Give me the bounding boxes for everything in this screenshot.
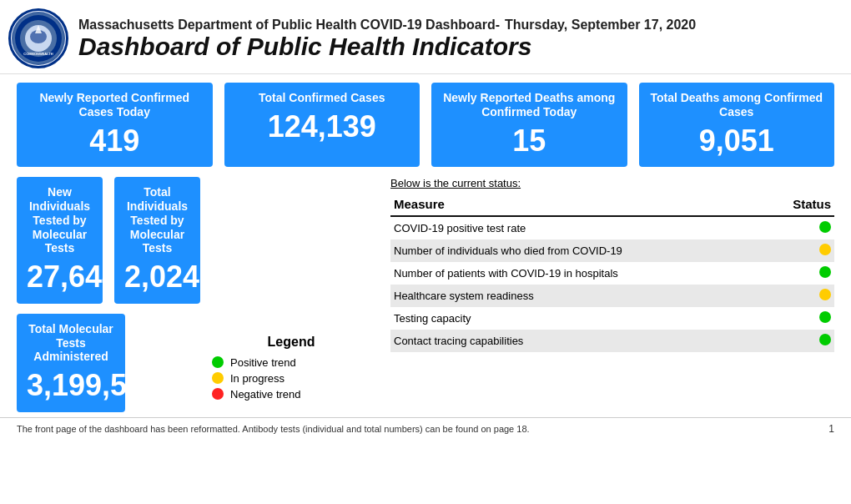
stats-row-1: Newly Reported Confirmed Cases Today 419… (17, 83, 834, 167)
status-dot-cell (789, 262, 834, 285)
stat-card-total-mol-tests: Total Molecular Tests Administered 3,199… (17, 314, 125, 412)
stats-row-3: Total Molecular Tests Administered 3,199… (17, 314, 200, 412)
legend-item-positive: Positive trend (212, 356, 370, 369)
page-title: Dashboard of Public Health Indicators (78, 33, 838, 60)
stat-label-total-tested: Total Individuals Tested by Molecular Te… (124, 185, 190, 255)
footer-page: 1 (828, 423, 834, 435)
stat-value-new-cases: 419 (27, 124, 203, 158)
legend-item-negative: Negative trend (212, 388, 370, 401)
stat-card-total-cases: Total Confirmed Cases 124,139 (224, 83, 420, 167)
stat-label-total-cases: Total Confirmed Cases (234, 91, 410, 105)
legend-section: Legend Positive trend In progress Negati… (212, 177, 370, 412)
svg-text:COMMONWEALTH: COMMONWEALTH (23, 52, 53, 56)
stat-value-total-mol: 3,199,563 (27, 369, 115, 402)
stat-value-new-deaths: 15 (441, 124, 617, 158)
legend-label-inprogress: In progress (230, 372, 285, 385)
status-dot-green (819, 221, 831, 233)
stat-value-new-tested: 27,644 (27, 260, 93, 294)
stat-label-new-tested: New Individuals Tested by Molecular Test… (27, 185, 93, 255)
stat-card-total-tested: Total Individuals Tested by Molecular Te… (114, 177, 200, 304)
footer-note: The front page of the dashboard has been… (17, 424, 530, 434)
status-measure: Healthcare system readiness (390, 285, 789, 307)
status-measure: Testing capacity (390, 307, 789, 330)
logo: COMMONWEALTH (8, 8, 68, 68)
status-dot-cell (789, 285, 834, 307)
bottom-row: New Individuals Tested by Molecular Test… (17, 177, 834, 412)
stat-card-new-cases: Newly Reported Confirmed Cases Today 419 (17, 83, 213, 167)
footer: The front page of the dashboard has been… (0, 417, 851, 440)
status-measure: Number of individuals who died from COVI… (390, 239, 789, 262)
table-row: Number of individuals who died from COVI… (390, 239, 834, 262)
table-row: Contact tracing capabilities (390, 330, 834, 352)
stat-value-total-tested: 2,024,306 (124, 260, 190, 294)
table-row: Testing capacity (390, 307, 834, 330)
logo-svg: COMMONWEALTH (13, 13, 63, 63)
col-header-status: Status (789, 194, 834, 216)
stat-label-new-deaths: Newly Reported Deaths among Confirmed To… (441, 91, 617, 119)
inprogress-trend-dot (212, 372, 224, 384)
status-dot-cell (789, 216, 834, 239)
col-header-measure: Measure (390, 194, 789, 216)
legend-label-positive: Positive trend (230, 356, 296, 369)
header-top-line: Massachusetts Department of Public Healt… (78, 18, 838, 33)
table-row: COVID-19 positive test rate (390, 216, 834, 239)
stat-value-total-cases: 124,139 (234, 110, 410, 144)
status-table: Measure Status COVID-19 positive test ra… (390, 194, 834, 352)
status-dot-yellow (819, 289, 831, 300)
negative-trend-dot (212, 388, 224, 400)
table-row: Healthcare system readiness (390, 285, 834, 307)
status-measure: Contact tracing capabilities (390, 330, 789, 352)
status-dot-cell (789, 330, 834, 352)
main-content: Newly Reported Confirmed Cases Today 419… (0, 74, 851, 417)
status-measure: Number of patients with COVID-19 in hosp… (390, 262, 789, 285)
status-dot-cell (789, 239, 834, 262)
status-dot-yellow (819, 244, 831, 255)
left-col: New Individuals Tested by Molecular Test… (17, 177, 200, 412)
stat-card-new-tested: New Individuals Tested by Molecular Test… (17, 177, 103, 304)
stat-label-total-deaths: Total Deaths among Confirmed Cases (649, 91, 825, 119)
legend-label-negative: Negative trend (230, 388, 301, 401)
logo-inner: COMMONWEALTH (12, 12, 65, 65)
legend-title: Legend (212, 335, 370, 350)
stat-label-total-mol: Total Molecular Tests Administered (27, 322, 115, 364)
status-dot-green (819, 311, 831, 323)
status-dot-cell (789, 307, 834, 330)
stat-value-total-deaths: 9,051 (649, 124, 825, 158)
status-dot-green (819, 334, 831, 345)
stat-card-new-deaths: Newly Reported Deaths among Confirmed To… (431, 83, 627, 167)
stat-card-total-deaths: Total Deaths among Confirmed Cases 9,051 (639, 83, 835, 167)
table-row: Number of patients with COVID-19 in hosp… (390, 262, 834, 285)
header: COMMONWEALTH Massachusetts Department of… (0, 0, 851, 74)
status-dot-green (819, 266, 831, 278)
stats-row-2: New Individuals Tested by Molecular Test… (17, 177, 200, 304)
status-subtitle: Below is the current status: (390, 177, 834, 189)
header-text: Massachusetts Department of Public Healt… (78, 18, 838, 60)
status-section: Below is the current status: Measure Sta… (382, 177, 834, 412)
positive-trend-dot (212, 356, 224, 368)
status-measure: COVID-19 positive test rate (390, 216, 789, 239)
stat-label-new-cases: Newly Reported Confirmed Cases Today (27, 91, 203, 119)
legend-item-inprogress: In progress (212, 372, 370, 385)
